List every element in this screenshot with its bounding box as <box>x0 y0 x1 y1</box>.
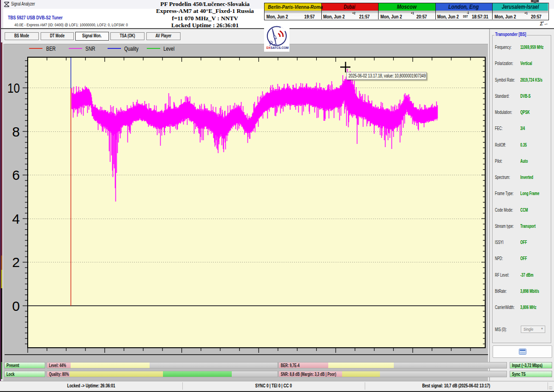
svg-text:10: 10 <box>7 80 20 95</box>
svg-text:0: 0 <box>12 298 20 314</box>
svg-text:4: 4 <box>12 211 20 226</box>
svg-text:2: 2 <box>12 255 20 270</box>
svg-text:8: 8 <box>12 124 20 139</box>
svg-text:6: 6 <box>12 167 20 183</box>
